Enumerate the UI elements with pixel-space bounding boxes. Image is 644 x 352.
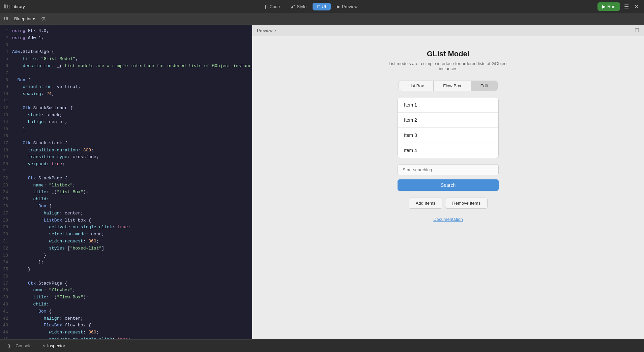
tab-preview[interactable]: ▶ Preview xyxy=(332,3,362,10)
line-code: Box { xyxy=(12,308,252,315)
code-token: [ xyxy=(65,246,70,251)
tab-edit[interactable]: Edit xyxy=(471,81,497,91)
inspector-tab[interactable]: ⌕ Inspector xyxy=(40,342,67,350)
line-number: 16 xyxy=(0,133,12,140)
code-token: "Flow Box" xyxy=(57,295,83,300)
line-number: 43 xyxy=(0,322,12,329)
code-line: 42 halign: center; xyxy=(0,315,252,322)
code-line: 15 } xyxy=(0,126,252,133)
tab-list-box[interactable]: List Box xyxy=(399,81,434,91)
line-number: 31 xyxy=(0,238,12,245)
code-token: : xyxy=(46,162,52,167)
demo-title: GList Model xyxy=(427,50,469,58)
line-number: 17 xyxy=(0,140,12,147)
code-line: 29 activate-on-single-click: true; xyxy=(0,224,252,231)
preview-icon: ▶ xyxy=(337,4,340,9)
documentation-link[interactable]: Documentation xyxy=(433,217,463,222)
code-line: 40 child: xyxy=(0,301,252,308)
line-code: Adw.StatusPage { xyxy=(12,49,252,56)
line-code xyxy=(12,168,252,175)
code-token: stack xyxy=(12,113,41,118)
code-token: Adw 1; xyxy=(25,35,44,40)
run-icon: ▶ xyxy=(602,4,606,9)
line-code: spacing: 24; xyxy=(12,91,252,98)
code-line: 18 transition-duration: 300; xyxy=(0,147,252,154)
line-code: using Adw 1; xyxy=(12,35,252,42)
code-line: 25 child: xyxy=(0,196,252,203)
code-line: 26 Box { xyxy=(0,203,252,210)
line-code: description: _("List models are a simple… xyxy=(12,63,252,70)
tab-style[interactable]: 🖌 Style xyxy=(286,3,311,10)
add-items-button[interactable]: Add Items xyxy=(409,198,443,209)
code-line: 5 title: "GList Model"; xyxy=(0,56,252,63)
line-code: child: xyxy=(12,301,252,308)
line-number: 28 xyxy=(0,217,12,224)
run-button[interactable]: ▶ Run xyxy=(597,2,620,11)
line-number: 4 xyxy=(0,49,12,56)
menu-icon[interactable]: ☰ xyxy=(623,2,630,11)
main-content: 1using Gtk 4.0;2using Adw 1;34Adw.Status… xyxy=(0,25,644,339)
code-line: 21 xyxy=(0,168,252,175)
code-token: name xyxy=(12,288,44,293)
line-code: Gtk.StackPage { xyxy=(12,175,252,182)
tab-ui[interactable]: □ UI xyxy=(313,3,331,10)
code-token: using xyxy=(12,28,25,33)
app-logo: Library xyxy=(4,4,25,9)
line-number: 30 xyxy=(0,231,12,238)
line-number: 37 xyxy=(0,280,12,287)
preview-label: Preview xyxy=(257,28,272,33)
code-line: 24 title: _("List Box"); xyxy=(0,189,252,196)
code-token: transition-duration xyxy=(12,148,78,153)
code-token: name xyxy=(12,183,44,188)
top-bar-right: ▶ Run ☰ ✕ xyxy=(597,2,640,11)
code-token: : center; xyxy=(59,211,83,216)
code-token: child: xyxy=(12,302,49,307)
flask-icon[interactable]: ⚗ xyxy=(41,16,46,22)
code-line: 37 Gtk.StackPage { xyxy=(0,280,252,287)
line-number: 7 xyxy=(0,70,12,77)
list-item[interactable]: Item 4 xyxy=(398,143,498,158)
code-line: 11 xyxy=(0,98,252,105)
code-token: Box xyxy=(12,204,46,209)
line-code: styles ["boxed-list"] xyxy=(12,245,252,252)
line-number: 40 xyxy=(0,301,12,308)
close-icon[interactable]: ✕ xyxy=(633,2,640,11)
line-number: 20 xyxy=(0,161,12,168)
code-line: 3 xyxy=(0,42,252,49)
list-item[interactable]: Item 2 xyxy=(398,113,498,128)
search-button[interactable]: Search xyxy=(398,179,499,191)
code-token: : xyxy=(83,239,89,244)
list-item[interactable]: Item 1 xyxy=(398,97,498,113)
code-token: : xyxy=(78,148,83,153)
line-number: 26 xyxy=(0,203,12,210)
code-token: orientation xyxy=(12,84,52,89)
code-token: styles xyxy=(12,246,65,251)
code-token: true xyxy=(52,162,62,167)
code-token: ; xyxy=(96,239,99,244)
blueprint-button[interactable]: Blueprint ▾ xyxy=(11,15,38,22)
code-token: } xyxy=(12,267,31,272)
line-code: activate-on-single-click: true; xyxy=(12,224,252,231)
code-editor[interactable]: 1using Gtk 4.0;2using Adw 1;34Adw.Status… xyxy=(0,25,252,339)
expand-icon[interactable]: ❐ xyxy=(635,28,639,33)
console-tab[interactable]: ❯_ Console xyxy=(5,342,34,350)
list-item[interactable]: Item 3 xyxy=(398,128,498,143)
code-token: ); xyxy=(83,295,89,300)
remove-items-button[interactable]: Remove Items xyxy=(445,198,488,209)
code-token: flow_box { xyxy=(62,323,91,328)
code-token: using xyxy=(12,35,25,40)
tab-code[interactable]: {} Code xyxy=(260,3,285,10)
line-code: Gtk.StackPage { xyxy=(12,280,252,287)
code-token: : none; xyxy=(86,232,104,237)
tab-flow-box[interactable]: Flow Box xyxy=(434,81,471,91)
code-token: width-request xyxy=(12,330,83,335)
action-buttons: Add Items Remove Items xyxy=(409,198,488,209)
code-token: "List models are a simple interface for … xyxy=(62,63,252,68)
search-input[interactable] xyxy=(398,164,499,175)
code-token: true xyxy=(117,225,128,230)
code-token: : xyxy=(44,183,49,188)
line-number: 34 xyxy=(0,259,12,266)
line-number: 27 xyxy=(0,210,12,217)
code-token: { xyxy=(25,78,31,83)
code-token: : center; xyxy=(44,119,67,124)
